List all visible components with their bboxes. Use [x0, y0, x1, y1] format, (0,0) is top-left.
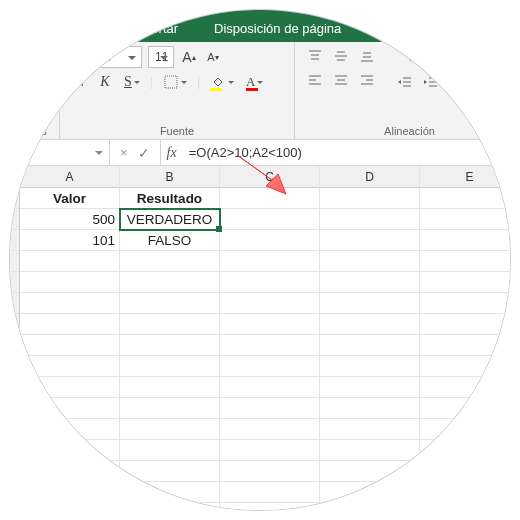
orientation-icon[interactable]: ab	[395, 46, 441, 66]
cell[interactable]	[20, 398, 120, 419]
align-left-icon[interactable]	[305, 70, 325, 90]
cell[interactable]	[120, 314, 220, 335]
cell[interactable]	[120, 356, 220, 377]
cell[interactable]	[320, 335, 420, 356]
align-middle-icon[interactable]	[331, 46, 351, 66]
cell[interactable]	[320, 293, 420, 314]
cell[interactable]	[420, 377, 510, 398]
cell[interactable]	[420, 440, 510, 461]
cell[interactable]	[220, 482, 320, 503]
cell-A1[interactable]: Valor	[20, 188, 120, 209]
row-header-extra[interactable]	[10, 356, 20, 377]
formula-input[interactable]: =O(A2>10;A2<100)	[183, 140, 510, 165]
underline-button[interactable]: S	[122, 72, 142, 92]
cell[interactable]	[320, 419, 420, 440]
cell[interactable]	[120, 503, 220, 510]
cell[interactable]	[420, 461, 510, 482]
confirm-formula-icon[interactable]: ✓	[138, 145, 150, 161]
row-header-4[interactable]: 4	[10, 251, 20, 272]
cell[interactable]	[120, 293, 220, 314]
font-size-select[interactable]: 11	[148, 46, 174, 68]
cell[interactable]	[20, 272, 120, 293]
row-header-extra[interactable]	[10, 440, 20, 461]
cell-D1[interactable]	[320, 188, 420, 209]
cell[interactable]	[20, 461, 120, 482]
cell-C1[interactable]	[220, 188, 320, 209]
row-header-1[interactable]: 1	[10, 188, 20, 209]
cell[interactable]	[220, 440, 320, 461]
decrease-font-icon[interactable]: A▾	[204, 47, 222, 67]
cell[interactable]	[120, 398, 220, 419]
cell[interactable]	[20, 356, 120, 377]
col-header-C[interactable]: C	[220, 166, 320, 188]
cell[interactable]	[320, 272, 420, 293]
cell[interactable]	[20, 314, 120, 335]
cell[interactable]	[20, 503, 120, 510]
cell-D3[interactable]	[320, 230, 420, 251]
cell[interactable]	[420, 419, 510, 440]
cell[interactable]	[420, 293, 510, 314]
row-header-extra[interactable]	[10, 503, 20, 510]
cell[interactable]	[120, 461, 220, 482]
cell[interactable]	[20, 482, 120, 503]
cell-B3[interactable]: FALSO	[120, 230, 220, 251]
cell[interactable]	[220, 335, 320, 356]
cell[interactable]	[220, 272, 320, 293]
cell[interactable]	[420, 314, 510, 335]
fx-icon[interactable]: fx	[161, 140, 183, 165]
cell[interactable]	[320, 377, 420, 398]
row-header-2[interactable]: 2	[10, 209, 20, 230]
tab-formulas[interactable]: Fórmulas	[363, 15, 445, 42]
cell[interactable]	[220, 398, 320, 419]
cell[interactable]	[320, 461, 420, 482]
cell-B1[interactable]: Resultado	[120, 188, 220, 209]
cell[interactable]	[120, 272, 220, 293]
font-name-select[interactable]: Calibri	[70, 46, 142, 68]
cell-D2[interactable]	[320, 209, 420, 230]
cell[interactable]	[220, 293, 320, 314]
decrease-indent-icon[interactable]	[395, 72, 415, 92]
cell[interactable]	[20, 440, 120, 461]
cell-A2[interactable]: 500	[20, 209, 120, 230]
cell[interactable]	[220, 419, 320, 440]
cell[interactable]	[420, 482, 510, 503]
cell-E2[interactable]	[420, 209, 510, 230]
font-color-icon[interactable]: A	[244, 72, 265, 92]
cell[interactable]	[120, 335, 220, 356]
borders-icon[interactable]	[161, 72, 189, 92]
cell-C3[interactable]	[220, 230, 320, 251]
cell[interactable]	[220, 377, 320, 398]
cell[interactable]	[120, 440, 220, 461]
col-header-D[interactable]: D	[320, 166, 420, 188]
increase-font-icon[interactable]: A▴	[180, 47, 198, 67]
cell[interactable]	[120, 482, 220, 503]
cell[interactable]	[20, 377, 120, 398]
cell[interactable]	[320, 503, 420, 510]
cell[interactable]	[220, 314, 320, 335]
align-top-icon[interactable]	[305, 46, 325, 66]
col-header-E[interactable]: E	[420, 166, 510, 188]
cell[interactable]	[220, 461, 320, 482]
col-header-B[interactable]: B	[120, 166, 220, 188]
row-header-extra[interactable]	[10, 461, 20, 482]
row-header-extra[interactable]	[10, 377, 20, 398]
cell[interactable]	[320, 398, 420, 419]
name-box[interactable]: 32	[10, 140, 110, 165]
cell[interactable]	[320, 440, 420, 461]
cell[interactable]	[220, 251, 320, 272]
align-center-icon[interactable]	[331, 70, 351, 90]
cell[interactable]	[420, 398, 510, 419]
cancel-formula-icon[interactable]: ×	[120, 145, 128, 160]
cell-E3[interactable]	[420, 230, 510, 251]
row-header-extra[interactable]	[10, 482, 20, 503]
cell[interactable]	[220, 503, 320, 510]
cell[interactable]	[320, 314, 420, 335]
fill-color-icon[interactable]	[208, 72, 236, 92]
cell[interactable]	[20, 293, 120, 314]
cell[interactable]	[20, 335, 120, 356]
cell-C2[interactable]	[220, 209, 320, 230]
select-all-corner[interactable]	[10, 166, 20, 188]
increase-indent-icon[interactable]	[421, 72, 441, 92]
cell-B2[interactable]: VERDADERO	[120, 209, 220, 230]
cell-E1[interactable]	[420, 188, 510, 209]
